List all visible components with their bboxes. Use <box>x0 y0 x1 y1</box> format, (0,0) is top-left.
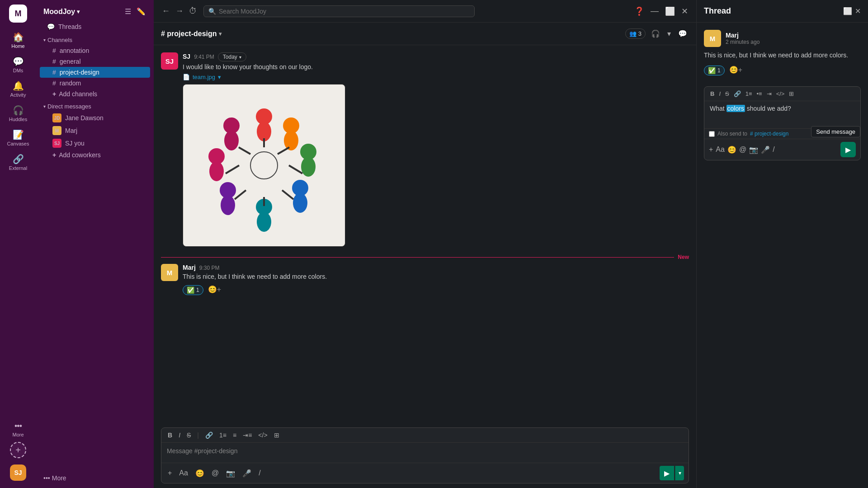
code-button[interactable]: </> <box>775 89 786 98</box>
thread-reaction-button[interactable]: ✅ 1 <box>704 66 725 75</box>
reaction-button[interactable]: ✅ 1 <box>183 285 203 295</box>
mention-button[interactable]: @ <box>739 145 746 154</box>
threads-link[interactable]: 💬 Threads <box>40 20 150 33</box>
italic-button[interactable]: I <box>177 431 182 440</box>
channels-section[interactable]: ▾ Channels <box>36 33 154 45</box>
close-thread-button[interactable]: ✕ <box>855 7 861 15</box>
maximize-button[interactable]: ⬜ <box>663 5 677 18</box>
unordered-list-button[interactable]: ≡ <box>231 431 238 440</box>
bold-button[interactable]: B <box>709 89 716 98</box>
today-badge[interactable]: Today ▾ <box>218 52 246 61</box>
code-button[interactable]: </> <box>256 431 269 440</box>
dm-item-marj[interactable]: M Marj <box>40 124 150 137</box>
message-header: Marj 9:30 PM <box>183 264 689 271</box>
filter-button[interactable]: ☰ <box>124 6 132 17</box>
sidebar-item-huddles[interactable]: 🎧 Huddles <box>0 102 36 125</box>
plus-icon: + <box>52 90 56 98</box>
mention-button[interactable]: @ <box>210 468 221 478</box>
huddle-button[interactable]: 🎧 <box>649 28 662 40</box>
channel-item-annotation[interactable]: # annotation <box>40 45 150 56</box>
indent-button[interactable]: ⇥ <box>765 89 773 98</box>
avatar: SJ <box>52 139 61 148</box>
compose-button[interactable]: ✏️ <box>136 6 146 17</box>
camera-button[interactable]: 📷 <box>749 145 758 154</box>
dm-item-jane[interactable]: JD Jane Dawson <box>40 112 150 124</box>
minimize-button[interactable]: — <box>649 5 660 18</box>
link-button[interactable]: 🔗 <box>203 431 215 440</box>
expand-thread-button[interactable]: ⬜ <box>843 7 852 15</box>
composer-toolbar: B I S | 🔗 1≡ ≡ ⇥≡ </> ⊞ <box>161 428 689 443</box>
emoji-button[interactable]: 😊 <box>727 145 736 154</box>
also-send-checkbox[interactable] <box>709 131 715 137</box>
send-button[interactable]: ▶ <box>660 466 674 480</box>
close-button[interactable]: ✕ <box>679 5 690 18</box>
user-avatar[interactable]: SJ <box>10 465 26 481</box>
indent-button[interactable]: ⇥≡ <box>241 431 254 440</box>
channel-item-random[interactable]: # random <box>40 78 150 89</box>
thread-button[interactable]: 💬 <box>676 28 689 40</box>
svg-point-12 <box>221 195 235 215</box>
link-button[interactable]: 🔗 <box>732 89 742 98</box>
sidebar-item-home[interactable]: 🏠 Home <box>0 29 36 52</box>
sidebar-item-canvases[interactable]: 📝 Canvases <box>0 127 36 149</box>
strikethrough-button[interactable]: S <box>724 89 731 98</box>
channel-item-project-design[interactable]: # project-design <box>40 67 150 78</box>
workspace-name[interactable]: MoodJoy ▾ <box>43 8 80 16</box>
ordered-list-button[interactable]: 1≡ <box>744 89 754 98</box>
add-reaction-button[interactable]: 😊+ <box>206 284 223 295</box>
back-button[interactable]: ← <box>160 5 172 18</box>
more-section[interactable]: ••• More <box>36 473 154 483</box>
also-send-option: Also send to # project-design <box>704 128 860 139</box>
send-caret-button[interactable]: ▾ <box>675 466 684 480</box>
workspace-logo[interactable]: M <box>9 5 27 23</box>
forward-button[interactable]: → <box>174 5 185 18</box>
sidebar-item-more[interactable]: ••• More <box>0 419 36 440</box>
message-item: SJ SJ 9:41 PM Today ▾ I would like to kn… <box>161 52 689 247</box>
huddle-caret-button[interactable]: ▾ <box>665 28 673 40</box>
svg-point-16 <box>224 131 239 150</box>
help-button[interactable]: ❓ <box>632 5 646 18</box>
camera-button[interactable]: 📷 <box>224 468 237 479</box>
unordered-list-button[interactable]: •≡ <box>755 89 764 98</box>
file-attachment[interactable]: 📄 team.jpg ▾ <box>183 74 689 80</box>
dm-section[interactable]: ▾ Direct messages <box>36 99 154 112</box>
italic-button[interactable]: I <box>717 89 722 98</box>
message-input[interactable]: Message #project-design <box>161 443 689 463</box>
slash-button[interactable]: / <box>773 145 774 154</box>
sidebar-item-activity[interactable]: 🔔 Activity <box>0 78 36 100</box>
channel-header: # project-design ▾ 👥 3 🎧 ▾ 💬 <box>154 23 696 45</box>
bold-button[interactable]: B <box>166 431 174 440</box>
more-format-button[interactable]: ⊞ <box>788 89 795 98</box>
thread-composer-footer: + Aa 😊 @ 📷 🎤 / ▶ Send message <box>704 139 860 160</box>
search-input[interactable] <box>219 8 470 15</box>
ordered-list-button[interactable]: 1≡ <box>217 431 228 440</box>
mic-button[interactable]: 🎤 <box>761 145 770 154</box>
dm-item-you[interactable]: SJ SJ you <box>40 137 150 150</box>
add-coworkers-button[interactable]: + Add coworkers <box>40 150 150 160</box>
thread-send-button[interactable]: ▶ Send message <box>840 142 856 157</box>
add-button[interactable]: + <box>709 145 713 154</box>
slash-button[interactable]: / <box>257 468 262 478</box>
huddles-label: Huddles <box>9 117 27 122</box>
thread-message-input[interactable]: What colors should we add? <box>704 101 860 128</box>
add-workspace-button[interactable]: + <box>10 442 26 458</box>
channel-item-general[interactable]: # general <box>40 56 150 67</box>
add-button[interactable]: + <box>166 468 174 478</box>
add-channels-button[interactable]: + Add channels <box>40 89 150 99</box>
mic-button[interactable]: 🎤 <box>241 468 253 479</box>
emoji-button[interactable]: 😊 <box>193 468 206 479</box>
more-icon: ••• <box>43 474 50 482</box>
channel-name[interactable]: # project-design ▾ <box>161 30 222 38</box>
sidebar-item-dms[interactable]: 💬 DMs <box>0 53 36 76</box>
members-badge[interactable]: 👥 3 <box>625 28 646 39</box>
thread-time: 2 minutes ago <box>726 39 760 45</box>
more-format-button[interactable]: ⊞ <box>272 431 281 440</box>
sidebar-item-external[interactable]: 🔗 External <box>0 151 36 174</box>
font-button[interactable]: Aa <box>716 145 725 154</box>
add-reaction-button[interactable]: 😊+ <box>727 65 744 75</box>
font-button[interactable]: Aa <box>177 468 190 478</box>
strikethrough-button[interactable]: S <box>185 431 193 440</box>
history-button[interactable]: ⏱ <box>187 5 199 18</box>
home-label: Home <box>11 43 24 49</box>
search-bar[interactable]: 🔍 <box>203 5 475 17</box>
